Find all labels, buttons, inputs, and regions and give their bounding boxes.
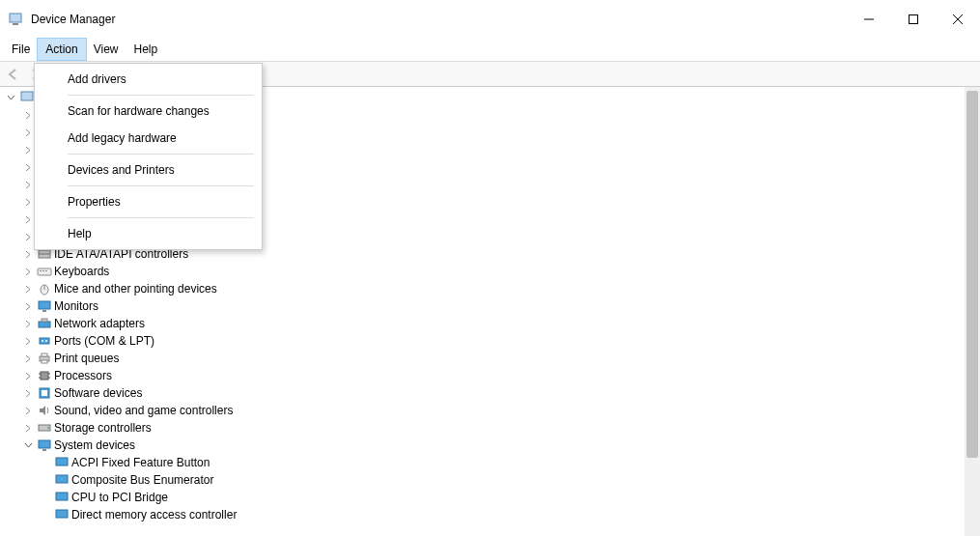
category-label: Mice and other pointing devices xyxy=(54,282,217,296)
window-title: Device Manager xyxy=(31,13,115,26)
tree-category[interactable]: Processors xyxy=(21,367,980,384)
chevron-right-icon[interactable] xyxy=(21,178,35,191)
tree-category[interactable]: Ports (COM & LPT) xyxy=(21,332,980,350)
category-label: Network adapters xyxy=(54,317,145,330)
svg-rect-12 xyxy=(38,268,51,275)
svg-rect-22 xyxy=(40,338,49,344)
category-label: Sound, video and game controllers xyxy=(54,404,233,417)
tree-category[interactable]: Mice and other pointing devices xyxy=(21,280,980,297)
svg-rect-18 xyxy=(39,301,50,309)
system-icon xyxy=(54,455,70,470)
titlebar: Device Manager xyxy=(0,0,980,39)
svg-rect-15 xyxy=(45,270,47,271)
chevron-right-icon[interactable] xyxy=(21,108,35,122)
svg-point-23 xyxy=(42,340,43,342)
chevron-right-icon[interactable] xyxy=(21,352,35,365)
svg-rect-20 xyxy=(39,322,50,327)
chevron-right-icon[interactable] xyxy=(21,230,35,243)
maximize-button[interactable] xyxy=(891,0,936,39)
chevron-down-icon[interactable] xyxy=(4,91,17,104)
category-label: Keyboards xyxy=(54,265,109,278)
svg-point-37 xyxy=(47,427,49,429)
category-label: Processors xyxy=(54,369,112,382)
chevron-right-icon[interactable] xyxy=(21,404,35,417)
tree-category[interactable]: Monitors xyxy=(21,297,980,315)
svg-rect-14 xyxy=(42,270,44,271)
menu-view[interactable]: View xyxy=(86,39,126,60)
menu-devices-printers[interactable]: Devices and Printers xyxy=(35,156,262,183)
tree-category[interactable]: Network adapters xyxy=(21,315,980,332)
tree-category[interactable]: Software devices xyxy=(21,384,980,402)
device-label: ACPI Fixed Feature Button xyxy=(71,456,210,469)
menu-add-legacy[interactable]: Add legacy hardware xyxy=(35,125,262,152)
tree-category-system-devices[interactable]: System devices xyxy=(21,437,980,454)
category-label: System devices xyxy=(54,438,135,452)
back-icon[interactable] xyxy=(4,65,23,84)
svg-point-24 xyxy=(45,340,47,342)
svg-rect-21 xyxy=(42,319,47,322)
chevron-right-icon[interactable] xyxy=(21,421,35,435)
menu-help[interactable]: Help xyxy=(35,220,262,247)
system-icon xyxy=(54,472,70,488)
chevron-right-icon[interactable] xyxy=(21,212,35,226)
tree-device[interactable]: Composite Bus Enumerator xyxy=(39,471,980,489)
chevron-right-icon[interactable] xyxy=(21,317,35,330)
chevron-right-icon[interactable] xyxy=(21,386,35,400)
menu-help[interactable]: Help xyxy=(126,39,166,60)
spacer xyxy=(39,508,52,522)
svg-rect-38 xyxy=(39,440,50,448)
tree-category[interactable]: Print queues xyxy=(21,350,980,367)
device-manager-window: Device Manager File Action View Help xyxy=(0,0,980,536)
printer-icon xyxy=(37,351,52,366)
menu-file[interactable]: File xyxy=(4,39,38,60)
sound-icon xyxy=(37,403,52,418)
svg-rect-19 xyxy=(42,310,46,312)
menu-separator xyxy=(68,95,254,96)
menu-separator xyxy=(68,217,254,218)
processor-icon xyxy=(37,368,52,383)
action-dropdown: Add drivers Scan for hardware changes Ad… xyxy=(34,63,263,250)
menu-scan-hardware[interactable]: Scan for hardware changes xyxy=(35,98,262,125)
category-label: Storage controllers xyxy=(54,421,152,435)
tree-device[interactable]: ACPI Fixed Feature Button xyxy=(39,454,980,471)
network-icon xyxy=(37,316,52,331)
tree-category[interactable]: Storage controllers xyxy=(21,419,980,437)
svg-rect-1 xyxy=(13,23,18,25)
chevron-right-icon[interactable] xyxy=(21,160,35,174)
svg-rect-42 xyxy=(56,493,68,500)
keyboard-icon xyxy=(37,264,52,279)
menu-action[interactable]: Action xyxy=(38,39,85,60)
chevron-right-icon[interactable] xyxy=(21,265,35,278)
device-label: Composite Bus Enumerator xyxy=(71,473,213,487)
chevron-right-icon[interactable] xyxy=(21,247,35,261)
svg-rect-27 xyxy=(42,360,47,363)
chevron-right-icon[interactable] xyxy=(21,299,35,313)
chevron-right-icon[interactable] xyxy=(21,143,35,156)
menu-properties[interactable]: Properties xyxy=(35,188,262,215)
category-label: Monitors xyxy=(54,299,98,313)
svg-rect-34 xyxy=(42,390,47,396)
device-label: Direct memory access controller xyxy=(71,508,237,522)
close-button[interactable] xyxy=(936,0,980,39)
chevron-right-icon[interactable] xyxy=(21,126,35,139)
svg-marker-35 xyxy=(40,406,45,415)
vertical-scrollbar[interactable] xyxy=(965,87,980,536)
svg-rect-26 xyxy=(42,353,47,356)
svg-rect-13 xyxy=(40,270,42,271)
chevron-right-icon[interactable] xyxy=(21,334,35,348)
tree-device[interactable]: Direct memory access controller xyxy=(39,506,980,523)
system-icon xyxy=(37,437,52,453)
minimize-button[interactable] xyxy=(847,0,891,39)
tree-device[interactable]: CPU to PCI Bridge xyxy=(39,489,980,506)
chevron-right-icon[interactable] xyxy=(21,195,35,209)
menu-add-drivers[interactable]: Add drivers xyxy=(35,66,262,93)
menu-separator xyxy=(68,185,254,186)
tree-category[interactable]: Sound, video and game controllers xyxy=(21,402,980,419)
tree-category[interactable]: Keyboards xyxy=(21,263,980,280)
chevron-right-icon[interactable] xyxy=(21,282,35,296)
chevron-right-icon[interactable] xyxy=(21,369,35,382)
system-icon xyxy=(54,507,70,522)
scrollbar-thumb[interactable] xyxy=(966,91,978,458)
chevron-down-icon[interactable] xyxy=(21,438,35,452)
spacer xyxy=(39,456,52,469)
